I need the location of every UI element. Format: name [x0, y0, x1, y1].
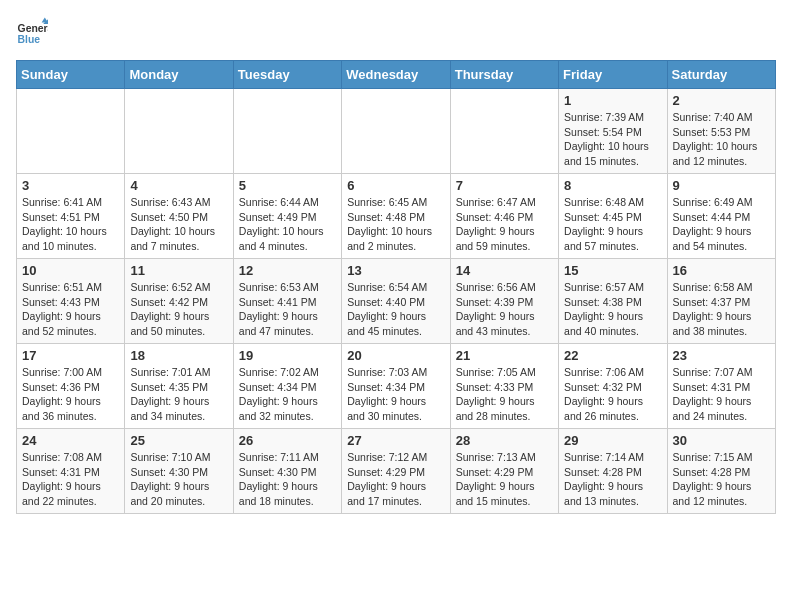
logo-icon: General Blue — [16, 16, 48, 48]
day-number: 20 — [347, 348, 444, 363]
calendar-cell: 8Sunrise: 6:48 AM Sunset: 4:45 PM Daylig… — [559, 174, 667, 259]
weekday-header-friday: Friday — [559, 61, 667, 89]
day-number: 27 — [347, 433, 444, 448]
week-row-4: 17Sunrise: 7:00 AM Sunset: 4:36 PM Dayli… — [17, 344, 776, 429]
day-number: 29 — [564, 433, 661, 448]
day-info: Sunrise: 7:07 AM Sunset: 4:31 PM Dayligh… — [673, 365, 770, 424]
day-number: 24 — [22, 433, 119, 448]
week-row-1: 1Sunrise: 7:39 AM Sunset: 5:54 PM Daylig… — [17, 89, 776, 174]
weekday-header-row: SundayMondayTuesdayWednesdayThursdayFrid… — [17, 61, 776, 89]
day-info: Sunrise: 7:01 AM Sunset: 4:35 PM Dayligh… — [130, 365, 227, 424]
calendar-cell: 11Sunrise: 6:52 AM Sunset: 4:42 PM Dayli… — [125, 259, 233, 344]
calendar-cell: 13Sunrise: 6:54 AM Sunset: 4:40 PM Dayli… — [342, 259, 450, 344]
calendar-cell — [342, 89, 450, 174]
calendar-cell: 12Sunrise: 6:53 AM Sunset: 4:41 PM Dayli… — [233, 259, 341, 344]
day-info: Sunrise: 7:03 AM Sunset: 4:34 PM Dayligh… — [347, 365, 444, 424]
day-info: Sunrise: 6:45 AM Sunset: 4:48 PM Dayligh… — [347, 195, 444, 254]
calendar-cell: 16Sunrise: 6:58 AM Sunset: 4:37 PM Dayli… — [667, 259, 775, 344]
day-number: 3 — [22, 178, 119, 193]
svg-text:General: General — [18, 23, 48, 34]
calendar-cell: 24Sunrise: 7:08 AM Sunset: 4:31 PM Dayli… — [17, 429, 125, 514]
calendar-cell: 28Sunrise: 7:13 AM Sunset: 4:29 PM Dayli… — [450, 429, 558, 514]
day-number: 7 — [456, 178, 553, 193]
day-info: Sunrise: 7:10 AM Sunset: 4:30 PM Dayligh… — [130, 450, 227, 509]
day-info: Sunrise: 7:12 AM Sunset: 4:29 PM Dayligh… — [347, 450, 444, 509]
svg-text:Blue: Blue — [18, 34, 41, 45]
day-number: 4 — [130, 178, 227, 193]
week-row-3: 10Sunrise: 6:51 AM Sunset: 4:43 PM Dayli… — [17, 259, 776, 344]
calendar-cell: 20Sunrise: 7:03 AM Sunset: 4:34 PM Dayli… — [342, 344, 450, 429]
day-number: 9 — [673, 178, 770, 193]
weekday-header-monday: Monday — [125, 61, 233, 89]
day-info: Sunrise: 6:43 AM Sunset: 4:50 PM Dayligh… — [130, 195, 227, 254]
day-info: Sunrise: 6:56 AM Sunset: 4:39 PM Dayligh… — [456, 280, 553, 339]
day-number: 5 — [239, 178, 336, 193]
day-info: Sunrise: 7:40 AM Sunset: 5:53 PM Dayligh… — [673, 110, 770, 169]
calendar-cell: 25Sunrise: 7:10 AM Sunset: 4:30 PM Dayli… — [125, 429, 233, 514]
calendar-cell — [450, 89, 558, 174]
calendar-cell: 17Sunrise: 7:00 AM Sunset: 4:36 PM Dayli… — [17, 344, 125, 429]
calendar-cell: 15Sunrise: 6:57 AM Sunset: 4:38 PM Dayli… — [559, 259, 667, 344]
day-number: 19 — [239, 348, 336, 363]
day-info: Sunrise: 7:13 AM Sunset: 4:29 PM Dayligh… — [456, 450, 553, 509]
calendar-cell: 30Sunrise: 7:15 AM Sunset: 4:28 PM Dayli… — [667, 429, 775, 514]
day-info: Sunrise: 7:00 AM Sunset: 4:36 PM Dayligh… — [22, 365, 119, 424]
calendar-cell: 6Sunrise: 6:45 AM Sunset: 4:48 PM Daylig… — [342, 174, 450, 259]
day-number: 6 — [347, 178, 444, 193]
day-info: Sunrise: 6:49 AM Sunset: 4:44 PM Dayligh… — [673, 195, 770, 254]
day-info: Sunrise: 6:51 AM Sunset: 4:43 PM Dayligh… — [22, 280, 119, 339]
calendar-cell — [125, 89, 233, 174]
day-info: Sunrise: 7:05 AM Sunset: 4:33 PM Dayligh… — [456, 365, 553, 424]
day-info: Sunrise: 6:54 AM Sunset: 4:40 PM Dayligh… — [347, 280, 444, 339]
day-number: 1 — [564, 93, 661, 108]
day-number: 22 — [564, 348, 661, 363]
weekday-header-tuesday: Tuesday — [233, 61, 341, 89]
day-number: 15 — [564, 263, 661, 278]
calendar-cell — [233, 89, 341, 174]
calendar-cell: 18Sunrise: 7:01 AM Sunset: 4:35 PM Dayli… — [125, 344, 233, 429]
logo: General Blue — [16, 16, 48, 48]
calendar-cell: 14Sunrise: 6:56 AM Sunset: 4:39 PM Dayli… — [450, 259, 558, 344]
day-info: Sunrise: 6:41 AM Sunset: 4:51 PM Dayligh… — [22, 195, 119, 254]
calendar-cell: 4Sunrise: 6:43 AM Sunset: 4:50 PM Daylig… — [125, 174, 233, 259]
calendar-cell: 23Sunrise: 7:07 AM Sunset: 4:31 PM Dayli… — [667, 344, 775, 429]
calendar-cell: 22Sunrise: 7:06 AM Sunset: 4:32 PM Dayli… — [559, 344, 667, 429]
calendar-cell: 1Sunrise: 7:39 AM Sunset: 5:54 PM Daylig… — [559, 89, 667, 174]
day-info: Sunrise: 6:47 AM Sunset: 4:46 PM Dayligh… — [456, 195, 553, 254]
calendar-cell: 19Sunrise: 7:02 AM Sunset: 4:34 PM Dayli… — [233, 344, 341, 429]
day-info: Sunrise: 7:15 AM Sunset: 4:28 PM Dayligh… — [673, 450, 770, 509]
weekday-header-thursday: Thursday — [450, 61, 558, 89]
day-info: Sunrise: 7:14 AM Sunset: 4:28 PM Dayligh… — [564, 450, 661, 509]
calendar-cell: 21Sunrise: 7:05 AM Sunset: 4:33 PM Dayli… — [450, 344, 558, 429]
weekday-header-saturday: Saturday — [667, 61, 775, 89]
calendar-cell: 27Sunrise: 7:12 AM Sunset: 4:29 PM Dayli… — [342, 429, 450, 514]
day-number: 8 — [564, 178, 661, 193]
calendar-cell: 10Sunrise: 6:51 AM Sunset: 4:43 PM Dayli… — [17, 259, 125, 344]
day-info: Sunrise: 7:08 AM Sunset: 4:31 PM Dayligh… — [22, 450, 119, 509]
day-info: Sunrise: 6:52 AM Sunset: 4:42 PM Dayligh… — [130, 280, 227, 339]
day-number: 30 — [673, 433, 770, 448]
day-number: 2 — [673, 93, 770, 108]
day-info: Sunrise: 7:11 AM Sunset: 4:30 PM Dayligh… — [239, 450, 336, 509]
day-number: 17 — [22, 348, 119, 363]
day-number: 28 — [456, 433, 553, 448]
day-info: Sunrise: 7:02 AM Sunset: 4:34 PM Dayligh… — [239, 365, 336, 424]
calendar-cell: 5Sunrise: 6:44 AM Sunset: 4:49 PM Daylig… — [233, 174, 341, 259]
day-number: 13 — [347, 263, 444, 278]
day-info: Sunrise: 6:57 AM Sunset: 4:38 PM Dayligh… — [564, 280, 661, 339]
day-number: 21 — [456, 348, 553, 363]
day-number: 10 — [22, 263, 119, 278]
week-row-2: 3Sunrise: 6:41 AM Sunset: 4:51 PM Daylig… — [17, 174, 776, 259]
day-info: Sunrise: 6:58 AM Sunset: 4:37 PM Dayligh… — [673, 280, 770, 339]
calendar-cell — [17, 89, 125, 174]
calendar-cell: 3Sunrise: 6:41 AM Sunset: 4:51 PM Daylig… — [17, 174, 125, 259]
day-info: Sunrise: 7:39 AM Sunset: 5:54 PM Dayligh… — [564, 110, 661, 169]
day-number: 12 — [239, 263, 336, 278]
calendar-cell: 2Sunrise: 7:40 AM Sunset: 5:53 PM Daylig… — [667, 89, 775, 174]
day-info: Sunrise: 7:06 AM Sunset: 4:32 PM Dayligh… — [564, 365, 661, 424]
page-header: General Blue — [16, 16, 776, 48]
day-info: Sunrise: 6:44 AM Sunset: 4:49 PM Dayligh… — [239, 195, 336, 254]
day-number: 16 — [673, 263, 770, 278]
weekday-header-sunday: Sunday — [17, 61, 125, 89]
day-number: 18 — [130, 348, 227, 363]
